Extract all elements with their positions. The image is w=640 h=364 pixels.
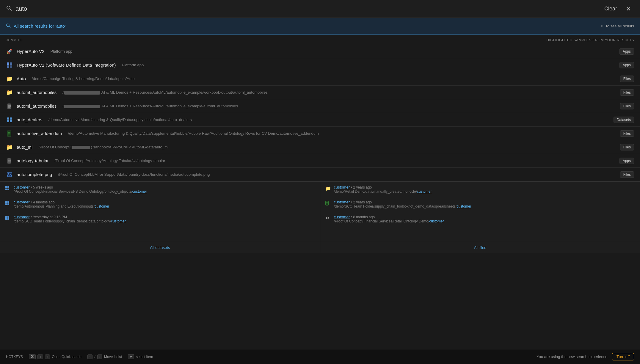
card-item-path: /demo/Autonomous Planning and Execution/… xyxy=(14,204,109,208)
datasets-card-footer: All datasets xyxy=(0,242,320,253)
all-results-right: ↵ to see all results xyxy=(600,24,634,28)
svg-rect-28 xyxy=(7,186,9,188)
hotkey-quicksearch: ⌘ + J Open Quicksearch xyxy=(29,354,81,359)
svg-rect-4 xyxy=(7,62,9,65)
result-row[interactable]: auto_dealers /demo/Automotive Manufactur… xyxy=(0,113,640,127)
close-button[interactable]: ✕ xyxy=(623,5,634,12)
jump-to-header: JUMP TO Highlighted samples from your re… xyxy=(0,34,640,45)
all-datasets-link[interactable]: All datasets xyxy=(150,245,170,250)
redacted-segment xyxy=(72,146,90,149)
svg-rect-38 xyxy=(7,218,9,220)
result-row[interactable]: automl_automobiles / AI & ML Demos + Res… xyxy=(0,99,640,113)
svg-rect-7 xyxy=(10,65,12,68)
turn-off-button[interactable]: Turn off xyxy=(612,353,634,360)
card-item-name[interactable]: customer xyxy=(334,215,350,219)
result-badge: Files xyxy=(620,171,634,178)
card-row-content: customer • Yesterday at 9:16 PM /demo/SC… xyxy=(14,214,126,223)
card-item-name[interactable]: customer xyxy=(334,185,350,189)
result-left: auto_dealers /demo/Automotive Manufactur… xyxy=(6,116,614,123)
all-results-search-icon xyxy=(6,23,11,29)
grid-icon xyxy=(6,116,13,123)
svg-rect-37 xyxy=(5,218,7,220)
svg-rect-35 xyxy=(5,216,7,218)
svg-rect-32 xyxy=(7,201,9,203)
datasets-card: customer • 5 weeks ago /Proof Of Concept… xyxy=(0,182,320,253)
all-results-left: All search results for 'auto' xyxy=(6,23,66,29)
card-item-name[interactable]: customer xyxy=(14,200,29,204)
result-path: /Proof Of Concept/() sandbox/AIP/PoC/AIP… xyxy=(38,145,168,149)
card-row-content: customer • 4 months ago /demo/Autonomous… xyxy=(14,200,109,208)
card-row: customer • Yesterday at 9:16 PM /demo/SC… xyxy=(0,211,320,226)
search-input[interactable] xyxy=(15,5,598,12)
result-row[interactable]: autology-tabular /Proof Of Concept/Autol… xyxy=(0,154,640,168)
card-row: customer • 2 years ago /demo/SCO Team Fo… xyxy=(320,197,640,211)
card-row-content: customer • 2 years ago /demo/SCO Team Fo… xyxy=(334,200,471,208)
kbd-enter: ↵ xyxy=(128,354,134,359)
result-name: auto_dealers xyxy=(17,117,43,122)
svg-rect-27 xyxy=(5,186,7,188)
all-files-link[interactable]: All files xyxy=(474,245,486,250)
grid-icon xyxy=(5,215,11,221)
hotkeys-right: You are using the new search experience.… xyxy=(537,353,634,360)
svg-rect-33 xyxy=(5,203,7,205)
result-left: automotive_addendum /demo/Automotive Man… xyxy=(6,130,620,137)
card-item-meta: • 2 years ago xyxy=(351,200,372,204)
csv-icon xyxy=(6,130,13,137)
card-row-content: customer • 5 weeks ago /Proof Of Concept… xyxy=(14,185,147,194)
svg-rect-6 xyxy=(7,65,9,68)
files-card-footer: All files xyxy=(320,242,640,253)
folder-icon: 📁 xyxy=(325,185,331,191)
result-path: /demo/Automotive Manufacturing & Quality… xyxy=(68,131,319,136)
rocket-icon: 🚀 xyxy=(6,48,13,55)
clear-button[interactable]: Clear xyxy=(598,6,623,12)
result-name: automotive_addendum xyxy=(17,131,62,136)
result-row[interactable]: 📁 auto_ml /Proof Of Concept/() sandbox/A… xyxy=(0,140,640,154)
result-badge: Files xyxy=(620,144,634,150)
card-rows-datasets: customer • 5 weeks ago /Proof Of Concept… xyxy=(0,182,320,242)
hotkeys-label: HOTKEYS xyxy=(6,355,23,359)
folder-icon: 📁 xyxy=(6,89,13,96)
hotkey-desc: select item xyxy=(136,355,153,359)
card-rows-files: 📁 customer • 2 years ago /demo/Retail De… xyxy=(320,182,640,242)
card-item-path: /demo/Retail Demo/data/manually_created/… xyxy=(334,189,432,194)
result-path: / AI & ML Demos + Resources/AutoML/autom… xyxy=(62,90,268,95)
result-path: /demo/Campaign Testing & Learning/Demo/d… xyxy=(32,76,135,81)
result-badge: Files xyxy=(620,76,634,82)
result-type: Platform app xyxy=(50,49,72,54)
svg-rect-36 xyxy=(7,216,9,218)
result-row[interactable]: 📁 automl_automobiles / AI & ML Demos + R… xyxy=(0,86,640,99)
card-item-path: /Proof Of Concept/Financial Services/Ret… xyxy=(334,219,444,223)
result-row[interactable]: 📁 Auto /demo/Campaign Testing & Learning… xyxy=(0,72,640,86)
kbd-slash: / xyxy=(94,355,95,359)
result-row[interactable]: autocomplete.png /Proof Of Concept/LLM f… xyxy=(0,168,640,181)
jump-to-label: JUMP TO xyxy=(6,38,23,42)
result-row[interactable]: automotive_addendum /demo/Automotive Man… xyxy=(0,127,640,140)
redacted-segment xyxy=(64,105,100,108)
hotkey-desc: Move in list xyxy=(104,355,122,359)
card-item-name[interactable]: customer xyxy=(334,200,350,204)
result-badge: Files xyxy=(620,89,634,96)
new-search-notice: You are using the new search experience. xyxy=(537,354,608,359)
all-results-label: All search results for 'auto' xyxy=(14,23,66,29)
result-left: autocomplete.png /Proof Of Concept/LLM f… xyxy=(6,171,620,178)
result-row[interactable]: 🚀 HyperAuto V2 Platform app Apps xyxy=(0,45,640,58)
result-left: autology-tabular /Proof Of Concept/Autol… xyxy=(6,157,619,164)
card-item-name[interactable]: customer xyxy=(14,185,29,189)
see-all-label: to see all results xyxy=(606,24,634,28)
card-row: customer • 4 months ago /demo/Autonomous… xyxy=(0,197,320,211)
svg-point-26 xyxy=(8,173,9,174)
card-item-name[interactable]: customer xyxy=(14,215,29,219)
result-badge: Apps xyxy=(619,48,634,55)
result-name: HyperAuto V2 xyxy=(17,49,44,54)
result-path: / AI & ML Demos + Resources/AutoML/autom… xyxy=(62,104,238,108)
search-icon xyxy=(6,5,12,12)
kbd-up: ↑ xyxy=(87,354,93,359)
card-item-meta: • 5 weeks ago xyxy=(31,185,53,189)
card-row-content: customer • 2 years ago /demo/Retail Demo… xyxy=(334,185,432,194)
result-row[interactable]: HyperAuto V1 (Software Defined Data Inte… xyxy=(0,58,640,72)
enter-icon: ↵ xyxy=(600,24,604,28)
card-row: customer • 5 weeks ago /Proof Of Concept… xyxy=(0,182,320,197)
file-icon xyxy=(6,103,13,110)
result-badge: Files xyxy=(620,130,634,137)
all-results-bar[interactable]: All search results for 'auto' ↵ to see a… xyxy=(0,18,640,34)
